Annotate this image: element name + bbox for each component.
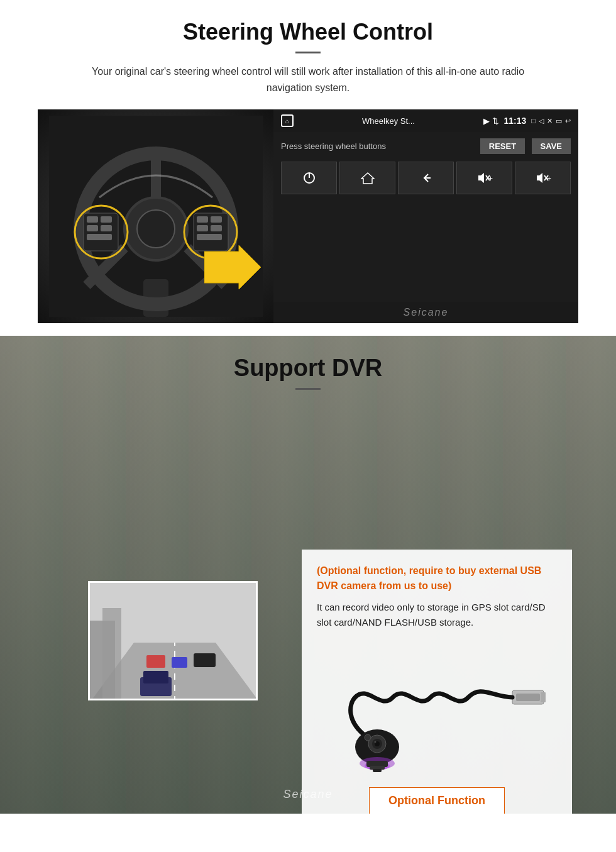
svg-text:+: + [547,174,551,183]
svg-point-58 [365,734,371,741]
dvr-title: Support DVR [0,355,616,382]
dvr-description: It can record video only to storage in G… [317,600,557,630]
reset-button[interactable]: RESET [480,138,525,154]
volume-icon: ◁ [539,117,544,125]
optional-function-badge[interactable]: Optional Function [369,787,505,814]
save-button[interactable]: SAVE [532,138,571,154]
instruction-text: Press steering wheel buttons [281,141,386,151]
svg-rect-11 [87,225,98,231]
dvr-camera-svg [317,640,556,778]
svg-rect-10 [101,216,112,223]
svg-marker-25 [361,173,374,184]
window-icon: ▭ [556,117,562,125]
back-ctrl-icon [419,171,433,185]
dvr-preview-thumbnail [88,581,258,700]
camera-icon: □ [531,117,536,124]
steering-title: Steering Wheel Control [38,19,578,45]
svg-rect-17 [197,225,208,231]
status-icons-group: □ ◁ ✕ ▭ ↩ [531,117,571,125]
control-buttons-grid: + + [281,162,571,194]
home-ctrl-icon [361,171,375,185]
direction-arrow [204,245,261,292]
svg-marker-30 [537,173,542,183]
steering-photo [38,109,273,323]
status-time: 11:13 [504,116,527,126]
dvr-camera-product-image [317,640,557,778]
action-buttons: RESET SAVE [480,138,571,154]
dvr-info-card: (Optional function, require to buy exter… [302,550,572,814]
ctrl-btn-back[interactable] [398,162,454,194]
svg-point-7 [137,210,175,248]
android-ui-panel: ⌂ Wheelkey St... ▶ ⇅ 11:13 □ ◁ ✕ ▭ ↩ Pre… [273,109,578,323]
seicane-brand-steering: Seicane [273,302,578,323]
instruction-row: Press steering wheel buttons RESET SAVE [281,138,571,154]
dvr-title-area: Support DVR [0,336,616,400]
svg-rect-43 [143,671,168,683]
vol-down-icon: + [534,171,552,185]
steering-image-container: ⌂ Wheelkey St... ▶ ⇅ 11:13 □ ◁ ✕ ▭ ↩ Pre… [38,109,578,323]
android-status-bar: ⌂ Wheelkey St... ▶ ⇅ 11:13 □ ◁ ✕ ▭ ↩ [273,109,578,132]
ctrl-btn-vol-up[interactable]: + [456,162,512,194]
svg-rect-57 [373,769,382,772]
svg-rect-38 [102,608,121,700]
home-icon: ⌂ [281,114,294,127]
svg-rect-19 [197,234,222,240]
svg-rect-39 [146,655,165,668]
dvr-section: Support DVR [0,336,616,814]
ctrl-btn-power[interactable] [281,162,337,194]
vol-up-icon: + [476,171,493,185]
back-icon: ↩ [565,117,571,125]
svg-rect-16 [211,216,222,223]
svg-rect-41 [194,653,216,667]
seicane-label-steering: Seicane [404,307,449,318]
android-content-area: Press steering wheel buttons RESET SAVE [273,132,578,302]
optional-function-badge-row: Optional Function [317,787,557,814]
svg-rect-13 [87,234,112,240]
svg-rect-40 [172,657,187,668]
dvr-preview-inner [90,583,256,699]
svg-marker-26 [478,173,484,183]
dvr-optional-note: (Optional function, require to buy exter… [317,563,557,594]
svg-rect-44 [317,640,556,778]
signal-icon: ▶ ⇅ [483,116,499,126]
svg-rect-18 [211,225,222,231]
power-icon [302,171,316,185]
close-icon: ✕ [547,117,553,125]
steering-description: Your original car's steering wheel contr… [88,64,528,96]
steering-section: Steering Wheel Control Your original car… [0,0,616,336]
steering-photo-inner [38,109,273,323]
svg-rect-9 [87,216,98,223]
ctrl-btn-home[interactable] [339,162,395,194]
dvr-title-divider [295,388,321,390]
title-divider [295,52,321,53]
svg-point-52 [375,741,377,743]
svg-marker-22 [204,245,261,289]
svg-rect-15 [197,216,208,223]
svg-rect-46 [516,694,540,701]
svg-text:+: + [488,174,493,183]
ctrl-btn-vol-down[interactable]: + [515,162,571,194]
svg-rect-12 [101,225,112,231]
app-name-label: Wheelkey St... [299,116,478,126]
dvr-preview-svg [90,583,258,700]
svg-rect-47 [541,692,546,702]
